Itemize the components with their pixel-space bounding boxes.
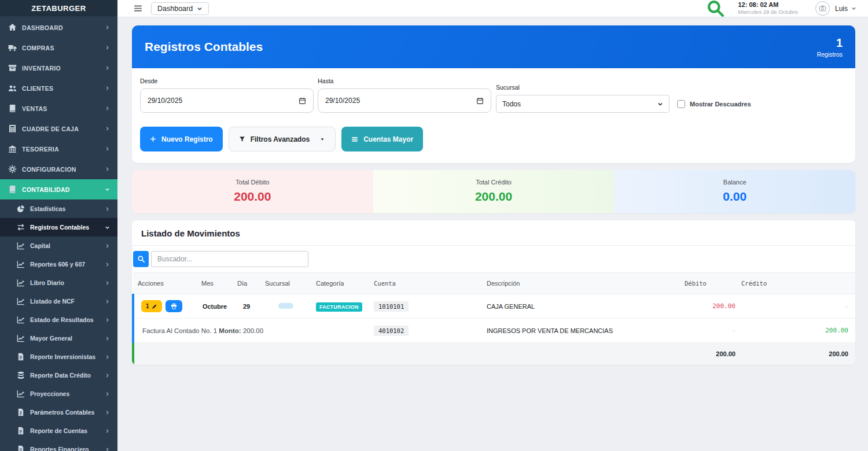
credito-cell: 200.00 <box>737 319 855 343</box>
sidebar-subitem-reporte-inversionistas[interactable]: Reporte Inversionistas <box>0 348 117 366</box>
total-debito-card: Total Débito 200.00 <box>132 170 373 213</box>
sidebar-item-contabilidad[interactable]: CONTABILIDAD <box>0 179 117 199</box>
dia-cell: 29 <box>233 294 260 319</box>
sidebar-item-configuracion[interactable]: CONFIGURACION <box>0 159 117 179</box>
movimientos-title: Listado de Movimientos <box>132 220 855 246</box>
user-menu[interactable]: Luis <box>835 5 848 13</box>
buscar-button[interactable] <box>133 251 149 267</box>
exchange-icon <box>17 223 25 231</box>
chevron-right-icon <box>105 317 110 323</box>
edit-record-button[interactable]: 1 <box>141 300 162 312</box>
topbar: Dashboard 12: 08: 02 AM Miercoles 29 de … <box>117 0 868 17</box>
sidebar-subitem-listado-de-ncf[interactable]: Listado de NCF <box>0 292 117 310</box>
sidebar-item-cuadre-de-caja[interactable]: CUADRE DE CAJA <box>0 119 117 139</box>
sidebar-subitem-proyecciones[interactable]: Proyecciones <box>0 385 117 403</box>
sidebar-item-ventas[interactable]: VENTAS <box>0 98 117 119</box>
home-icon <box>8 23 17 32</box>
sidebar-subitem-registros-contables[interactable]: Registros Contables <box>0 218 117 236</box>
chevron-down-icon[interactable] <box>851 6 856 11</box>
calculator-icon <box>8 124 17 133</box>
sidebar-subitem-parametros-contables[interactable]: Parámetros Contables <box>0 403 117 422</box>
chevron-right-icon <box>105 126 110 131</box>
desde-group: Desde 29/10/2025 <box>140 77 314 113</box>
chevron-right-icon <box>105 86 110 91</box>
chevron-right-icon <box>105 106 110 111</box>
user-avatar[interactable] <box>815 1 830 16</box>
movimientos-card: Listado de Movimientos Acciones Mes Día … <box>132 220 855 365</box>
brand-logo: ZETABURGER <box>0 0 117 16</box>
file-icon <box>17 353 25 361</box>
sidebar-subitem-estadisticas[interactable]: Estadísticas <box>0 199 117 218</box>
buscador-input[interactable] <box>151 251 308 267</box>
total-debito-value: 200.00 <box>132 190 373 204</box>
movimientos-table: Acciones Mes Día Sucursal Categoría Cuen… <box>132 272 855 365</box>
chevron-right-icon <box>105 336 110 341</box>
filtros-avanzados-button[interactable]: Filtros Avanzados <box>229 127 336 151</box>
hasta-input[interactable]: 29/10/2025 <box>318 88 491 113</box>
chevron-right-icon <box>105 167 110 172</box>
sidebar-subitem-reporte-de-cuentas[interactable]: Reporte de Cuentas <box>0 422 117 440</box>
desde-value: 29/10/2025 <box>148 97 182 105</box>
nota-cell: Factura Al Contado No. 1 Monto: 200.00 <box>133 319 369 343</box>
sidebar-subitem-mayor-general[interactable]: Mayor General <box>0 329 117 348</box>
descripcion-cell: INGRESOS POR VENTA DE MERCANCIAS <box>482 319 667 343</box>
hamburger-menu-icon[interactable] <box>133 4 143 13</box>
desde-input[interactable]: 29/10/2025 <box>140 88 314 113</box>
totals-summary: Total Débito 200.00 Total Crédito 200.00… <box>132 170 855 213</box>
sidebar-subitem-reporte-data-credito[interactable]: Reporte Data Crédito <box>0 366 117 385</box>
cuenta-badge: 1010101 <box>374 301 409 312</box>
search-icon <box>138 256 145 263</box>
mostrar-descuadres-label: Mostrar Descuadres <box>690 101 751 108</box>
sidebar-item-dashboard[interactable]: DASHBOARD <box>0 17 117 38</box>
chartline-icon <box>17 390 25 398</box>
sidebar-subitem-reportes-606-y-607[interactable]: Reportes 606 y 607 <box>0 255 117 273</box>
sidebar-item-clientes[interactable]: CLIENTES <box>0 78 117 98</box>
search-icon[interactable] <box>707 0 724 17</box>
desde-label: Desde <box>140 77 314 84</box>
chevron-right-icon <box>105 428 110 434</box>
dashboard-dropdown-label: Dashboard <box>157 5 193 13</box>
calendar-icon[interactable] <box>299 97 306 105</box>
chevron-right-icon <box>105 280 110 286</box>
debito-cell: 200.00 <box>667 294 737 319</box>
records-count: 1 Registros <box>817 36 843 58</box>
sucursal-select[interactable]: Todos <box>496 95 670 113</box>
sidebar-subitem-reportes-financiero[interactable]: Reportes Financiero <box>0 440 117 451</box>
file-icon <box>17 445 25 451</box>
dashboard-dropdown-button[interactable]: Dashboard <box>151 2 209 15</box>
sidebar-item-inventario[interactable]: INVENTARIO <box>0 58 117 78</box>
cuentas-mayor-button[interactable]: Cuentas Mayor <box>341 127 423 151</box>
printer-icon <box>171 303 177 309</box>
chevron-down-icon <box>105 225 110 230</box>
cuenta-cell: 1010101 <box>369 294 482 319</box>
bank-icon <box>8 145 17 153</box>
sidebar-item-compras[interactable]: COMPRAS <box>0 38 117 58</box>
records-count-label: Registros <box>817 51 843 58</box>
total-debito-cell: 200.00 <box>667 343 737 365</box>
sidebar-subitem-libro-diario[interactable]: Libro Diario <box>0 273 117 292</box>
nuevo-registro-button[interactable]: Nuevo Registro <box>140 127 223 151</box>
book-icon <box>8 185 17 194</box>
hasta-group: Hasta 29/10/2025 <box>318 77 491 113</box>
col-acciones: Acciones <box>133 273 197 294</box>
chevron-right-icon <box>105 262 110 267</box>
col-categoria: Categoría <box>311 273 369 294</box>
calendar-icon[interactable] <box>476 97 484 105</box>
categoria-badge: FACTURACION <box>316 302 362 312</box>
total-credito-label: Total Crédito <box>373 179 615 186</box>
sidebar-item-tesoreria[interactable]: TESORERIA <box>0 139 117 159</box>
pie-icon <box>17 205 25 213</box>
truck-icon <box>8 43 17 52</box>
topbar-right: 12: 08: 02 AM Miercoles 29 de Octubre Lu… <box>707 0 856 17</box>
chartline-icon <box>17 316 25 324</box>
filter-icon <box>239 136 245 142</box>
print-record-button[interactable] <box>165 300 182 312</box>
current-date: Miercoles 29 de Octubre <box>738 9 798 16</box>
cuenta-badge: 4010102 <box>374 326 409 336</box>
mostrar-descuadres-checkbox[interactable] <box>677 100 685 108</box>
debito-cell: - <box>667 319 737 343</box>
sidebar-subitem-capital[interactable]: Capital <box>0 236 117 255</box>
table-row: Factura Al Contado No. 1 Monto: 200.00 4… <box>133 319 855 343</box>
table-row: 1 Octubre 29 FACTURACION 1010101 CAJ <box>133 294 855 319</box>
sidebar-subitem-estado-de-resultados[interactable]: Estado de Resultados <box>0 310 117 329</box>
